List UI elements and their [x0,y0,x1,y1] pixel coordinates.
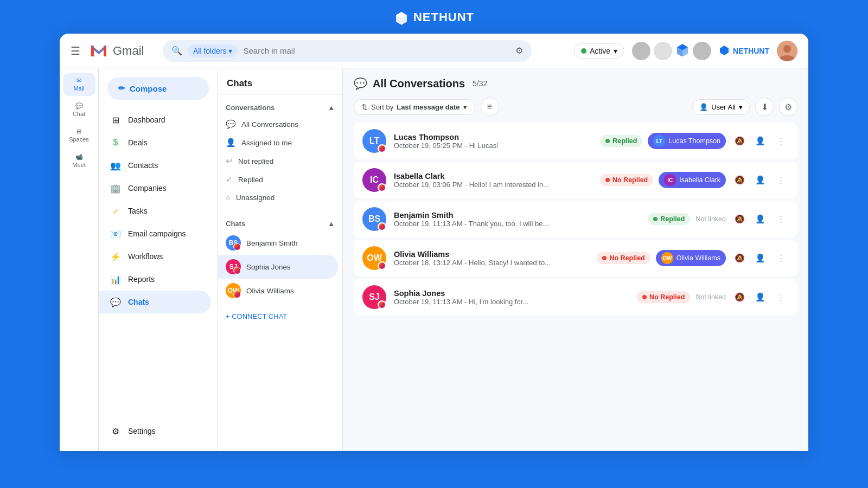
conv-item-all[interactable]: 💬 All Conversations [218,115,338,133]
email-campaigns-label: Email campaigns [128,229,186,238]
user-filter-label: User All [711,103,736,111]
avatar-2 [654,42,672,60]
conv-avatar-wrap: LT [362,129,386,153]
conversation-row[interactable]: OW Olivia Williams October 18, 13:12 AM … [354,240,797,277]
user-filter-icon: 👤 [699,103,708,111]
top-bar: NETHUNT [0,0,868,34]
hamburger-button[interactable]: ☰ [71,44,80,57]
sidebar-item-mail[interactable]: ✉ Mail [63,73,95,96]
inbox-button[interactable]: ⬇ [755,98,774,116]
conv-instagram-badge [378,222,386,231]
conv-name: Isabella Clark [394,172,592,181]
mute-button[interactable]: 🔕 [731,133,748,149]
reports-label: Reports [128,275,155,284]
unassign-button[interactable]: 👤 [752,250,768,266]
unassign-button[interactable]: 👤 [752,172,768,188]
nav-item-chats[interactable]: 💬 Chats [99,291,211,313]
conv-instagram-badge [378,183,386,192]
chat-contact-benjamin[interactable]: BS Benjamin Smith [218,231,338,255]
conv-info: Olivia Williams October 18, 13:12 AM - H… [394,250,589,267]
active-dot-icon [581,48,586,54]
search-input[interactable] [243,46,507,55]
nav-item-workflows[interactable]: ⚡ Workflows [99,245,211,268]
left-nav: ✏ Compose ⊞ Dashboard $ Deals 👥 Contacts… [99,68,218,451]
linked-name: Olivia Williams [676,254,720,262]
nav-item-reports[interactable]: 📊 Reports [99,268,211,291]
user-filter-chevron-icon: ▾ [739,103,743,111]
folder-label: All folders [193,47,226,55]
sidebar-item-spaces[interactable]: ⊞ Spaces [63,124,95,147]
conv-avatar-wrap: BS [362,207,386,231]
status-pill: No Replied [597,252,650,264]
conv-status-area: No Replied Not linked 🔕 👤 ⋮ [637,289,789,305]
avatar-3 [693,42,711,60]
conv-info: Sophia Jones October 19, 11:13 AM - Hi, … [394,289,629,306]
user-avatar[interactable] [777,41,797,61]
inbox-icon: ⬇ [761,102,768,112]
filter-icon[interactable]: ⚙ [515,46,523,56]
nav-item-tasks[interactable]: ✓ Tasks [99,200,211,222]
nav-item-email-campaigns[interactable]: 📧 Email campaigns [99,222,211,245]
more-button[interactable]: ⋮ [773,250,789,266]
mute-button[interactable]: 🔕 [731,211,748,227]
mute-button[interactable]: 🔕 [731,289,748,305]
sort-chevron-icon: ▾ [463,103,467,111]
conversation-row[interactable]: SJ Sophia Jones October 19, 11:13 AM - H… [354,279,797,316]
nav-item-deals[interactable]: $ Deals [99,131,211,154]
status-dot [605,178,610,182]
more-button[interactable]: ⋮ [773,289,789,305]
mute-button[interactable]: 🔕 [731,250,748,266]
active-status-badge[interactable]: Active ▾ [574,43,624,59]
svg-point-2 [783,45,791,53]
active-chevron-icon: ▾ [614,47,617,55]
conversations-section-header[interactable]: Conversations ▲ [218,100,342,115]
mail-label: Mail [73,85,84,92]
compose-button[interactable]: ✏ Compose [107,77,209,100]
search-bar[interactable]: 🔍 All folders ▾ ⚙ [163,40,532,62]
nav-item-contacts[interactable]: 👥 Contacts [99,154,211,177]
conv-item-not-replied[interactable]: ↩ Not replied [218,152,338,170]
conversation-row[interactable]: IC Isabella Clark October 19, 03:06 PM -… [354,162,797,198]
chats-section-header[interactable]: Chats ▲ [218,216,342,231]
status-dot [602,256,607,260]
dashboard-label: Dashboard [128,115,165,124]
conv-item-replied[interactable]: ✓ Replied [218,170,338,189]
settings-conv-button[interactable]: ⚙ [779,98,797,116]
user-filter[interactable]: 👤 User All ▾ [692,99,750,115]
conv-status-area: Replied LT Lucas Thompson 🔕 👤 ⋮ [600,133,789,149]
more-button[interactable]: ⋮ [773,133,789,149]
contacts-label: Contacts [128,161,158,170]
sort-bar: ⇅ Sort by Last message date ▾ ≡ 👤 User A… [354,98,797,116]
unassign-button[interactable]: 👤 [752,289,768,305]
conv-instagram-badge [378,261,386,270]
more-button[interactable]: ⋮ [773,172,789,188]
status-pill: Replied [648,213,690,225]
folder-chevron-icon: ▾ [228,47,232,55]
nav-item-companies[interactable]: 🏢 Companies [99,177,211,200]
conversation-row[interactable]: BS Benjamin Smith October 19, 11:13 AM -… [354,201,797,237]
conv-item-assigned[interactable]: 👤 Assigned to me [218,133,338,152]
unassign-button[interactable]: 👤 [752,211,768,227]
sidebar-item-meet[interactable]: 📹 Meet [63,149,95,172]
main-title: All Conversations [373,78,465,90]
mute-button[interactable]: 🔕 [731,172,748,188]
not-replied-label: Not replied [238,157,273,165]
dashboard-icon: ⊞ [110,114,122,126]
more-button[interactable]: ⋮ [773,211,789,227]
sort-button[interactable]: ⇅ Sort by Last message date ▾ [354,99,475,115]
chat-contact-sophia[interactable]: SJ Sophia Jones [218,255,338,279]
connect-chat-button[interactable]: + CONNECT CHAT [218,307,342,326]
filter-sort-button[interactable]: ≡ [481,98,499,116]
folder-select[interactable]: All folders ▾ [188,44,238,57]
chat-contact-olivia[interactable]: OW Olivia Williams [218,279,338,303]
nav-item-settings[interactable]: ⚙ Settings [99,420,211,442]
conv-name: Benjamin Smith [394,211,640,220]
unassign-button[interactable]: 👤 [752,133,768,149]
nav-item-dashboard[interactable]: ⊞ Dashboard [99,108,211,131]
content-title: 💬 All Conversations 5/32 [354,77,487,90]
conv-item-unassigned[interactable]: ○ Unassigned [218,189,338,207]
conversation-row[interactable]: LT Lucas Thompson October 19, 05:25 PM -… [354,123,797,159]
conversation-list: LT Lucas Thompson October 19, 05:25 PM -… [354,123,797,316]
sort-icon: ⇅ [362,103,368,111]
sidebar-item-chat[interactable]: 💬 Chat [63,98,95,121]
